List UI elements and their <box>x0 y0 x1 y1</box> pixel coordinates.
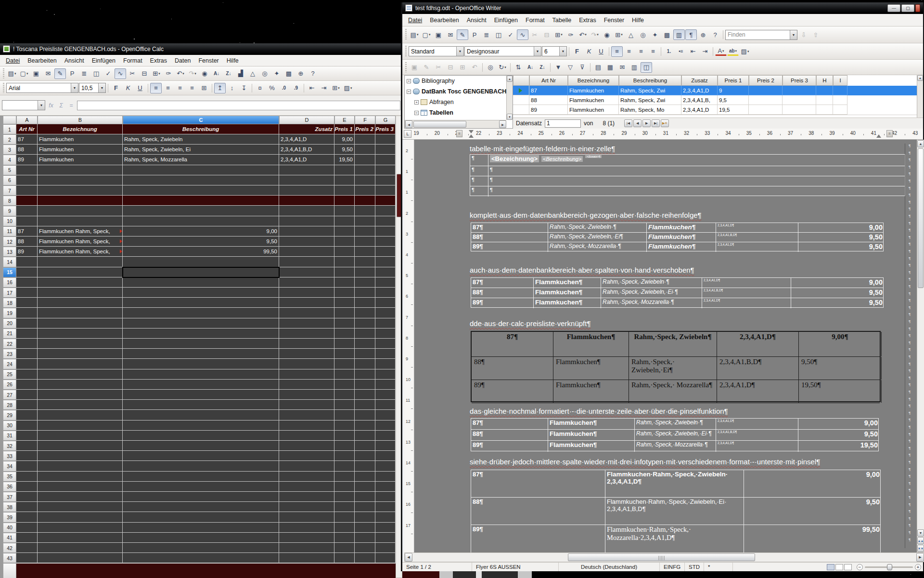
menu-item-tabelle[interactable]: Tabelle <box>549 15 576 25</box>
grid-cell[interactable]: Flammkuchen <box>568 86 619 95</box>
writer-font-size-box-dropdown-icon[interactable]: ▼ <box>559 47 566 56</box>
table-cell[interactable]: 88¶ <box>471 498 605 525</box>
cell-D27[interactable] <box>279 390 334 400</box>
cell-E39[interactable] <box>334 512 355 522</box>
cell-B3[interactable]: Flammkuchen <box>38 144 123 155</box>
cell-D6[interactable] <box>279 175 334 185</box>
new-record-icon[interactable]: ▶✳ <box>661 119 669 127</box>
calc-font-name-box[interactable]: Arial▼ <box>6 83 78 93</box>
cell-B35[interactable] <box>38 472 123 482</box>
document-area[interactable]: tabelle·mit·eingefügten·feldern·in·einer… <box>414 140 917 552</box>
cell-A36[interactable] <box>16 482 38 492</box>
cell-G40[interactable] <box>375 523 396 533</box>
align-center-icon[interactable]: ≡ <box>623 46 635 57</box>
table-cell[interactable]: 89¶ <box>471 525 605 552</box>
cell-C33[interactable] <box>123 451 279 461</box>
new-document-icon[interactable]: ▤▾ <box>409 29 420 40</box>
table-row[interactable]: 89¶Flammkuchen¶Rahm,·Speck,·Mozzarella·¶… <box>471 441 878 452</box>
cell-G4[interactable] <box>375 155 396 165</box>
table-cell[interactable]: 9,00 <box>744 470 881 497</box>
cell-E30[interactable] <box>334 420 355 431</box>
scroll-down-icon[interactable]: ▼ <box>917 529 924 537</box>
cell-G8[interactable] <box>375 196 396 206</box>
grid-column-header-preis-2[interactable]: Preis 2 <box>749 75 783 86</box>
database-field-placeholder[interactable]: <Bezeichnung> <box>490 155 539 162</box>
print-icon[interactable]: ≣ <box>78 68 90 79</box>
document-table[interactable]: 87¶Flammkuchen¶Rahm,·Speck, Zwiebeln¶2,3… <box>471 331 881 402</box>
table-cell[interactable]: 88¶ <box>472 357 553 380</box>
cell-D25[interactable] <box>279 369 334 380</box>
row-header-23[interactable]: 23 <box>3 349 16 359</box>
cell-E25[interactable] <box>334 369 355 380</box>
cell-D38[interactable] <box>279 502 334 512</box>
format-paintbrush-icon[interactable]: ✑ <box>163 68 174 79</box>
cell-B43[interactable] <box>38 553 123 563</box>
cell-B40[interactable] <box>38 523 123 533</box>
row-header-43[interactable]: 43 <box>3 553 16 563</box>
grid-cell[interactable] <box>833 105 847 115</box>
cell-D39[interactable] <box>279 512 334 522</box>
table-cell[interactable]: 2,3,4,A1,B,D¶ <box>716 233 798 242</box>
row-header-30[interactable]: 30 <box>3 420 16 431</box>
spellcheck-icon[interactable]: ✓ <box>103 68 114 79</box>
previous-record-icon[interactable]: ◀ <box>633 119 642 127</box>
cell-B34[interactable] <box>38 461 123 471</box>
autospellcheck-icon[interactable]: ∿ <box>517 29 528 40</box>
cell-C31[interactable] <box>123 431 279 441</box>
table-cell[interactable]: 9,50 <box>798 233 884 242</box>
row-header-17[interactable]: 17 <box>3 288 16 298</box>
align-bottom-icon[interactable]: ↧ <box>238 83 250 93</box>
cell-F31[interactable] <box>355 431 375 441</box>
cell-E17[interactable] <box>334 288 355 298</box>
cell-selection-box[interactable] <box>122 267 280 278</box>
cell-F38[interactable] <box>355 502 375 512</box>
section-heading[interactable]: auch·aus·dem·datenbankbereich·aber·spalt… <box>470 266 694 274</box>
table-cell[interactable]: Rahm,·Speck,·Zwiebeln,·Ei·¶ <box>601 288 702 298</box>
menu-item-hilfe[interactable]: Hilfe <box>223 56 243 66</box>
scroll-left-icon[interactable]: ◀ <box>405 553 412 562</box>
background-color-icon[interactable]: ▨▾ <box>342 83 354 93</box>
cell-E34[interactable] <box>334 461 355 471</box>
section-heading[interactable]: siehe·drüber·jedoch·mittlere·spalte·wied… <box>470 458 820 466</box>
grid-cell[interactable]: Rahm, Speck, Mo <box>619 105 681 115</box>
paragraph-style-box[interactable]: Standard▼ <box>409 46 464 56</box>
zoom-out-icon[interactable]: − <box>857 564 863 570</box>
calc-titlebar[interactable]: ! Toscana Preisliste GENGENBACH.ods - Op… <box>0 43 402 55</box>
cell-E40[interactable] <box>334 523 355 533</box>
document-table[interactable]: 87¶Flammkuchen¶Rahm,·Speck,·Zwiebeln·¶2,… <box>471 418 879 451</box>
cell-F7[interactable] <box>355 185 375 196</box>
tab-stop-selector[interactable]: L <box>404 130 411 138</box>
cell-F6[interactable] <box>355 175 375 185</box>
cell-C13[interactable]: 99,50 <box>123 247 279 257</box>
last-record-icon[interactable]: ▶| <box>652 119 660 127</box>
cell-G21[interactable] <box>375 328 396 339</box>
table-cell[interactable]: Rahm,·Speck,·Zwiebeln·¶ <box>635 419 716 429</box>
edit-file-icon[interactable]: ✎ <box>54 68 66 79</box>
row-header-32[interactable]: 32 <box>3 441 16 451</box>
cell-F42[interactable] <box>355 543 375 553</box>
gallery-icon[interactable]: ▩ <box>283 68 295 79</box>
toolbar-grip[interactable] <box>405 29 407 40</box>
cell-B26[interactable] <box>38 380 123 390</box>
undo-icon[interactable]: ↶▾ <box>175 68 186 79</box>
cell-C9[interactable] <box>123 206 279 216</box>
table-row[interactable]: ¶<Bezeichnung><Beschreibung><Zusatz>¶ <box>470 155 905 166</box>
right-indent-marker[interactable] <box>876 134 881 138</box>
cell-C36[interactable] <box>123 482 279 492</box>
cell-C4[interactable]: Rahm, Speck, Mozzarella <box>123 155 279 165</box>
table-cell[interactable]: 87¶ <box>471 223 548 232</box>
column-header-E[interactable]: E <box>334 116 355 124</box>
table-row[interactable]: 87¶Flammkuchen¶Rahm,·Speck, Zwiebeln¶2,3… <box>472 332 880 357</box>
sort-descending-icon[interactable]: Z↓ <box>537 62 548 73</box>
menu-item-einf-gen[interactable]: Einfügen <box>88 56 119 66</box>
table-cell[interactable]: 87¶ <box>471 470 605 497</box>
row-header-6[interactable]: 6 <box>3 175 16 185</box>
menu-item-extras[interactable]: Extras <box>575 15 600 25</box>
table-cell[interactable]: 2,3,4,A1,D¶ <box>717 332 799 356</box>
cell-G23[interactable] <box>375 349 396 359</box>
cell-E2[interactable]: 9,00 <box>334 134 355 144</box>
email-icon[interactable]: ✉ <box>42 68 54 79</box>
cell-A10[interactable] <box>16 216 38 226</box>
table-cell[interactable]: 89¶ <box>472 380 553 403</box>
table-cell[interactable]: ¶ <box>488 176 905 186</box>
